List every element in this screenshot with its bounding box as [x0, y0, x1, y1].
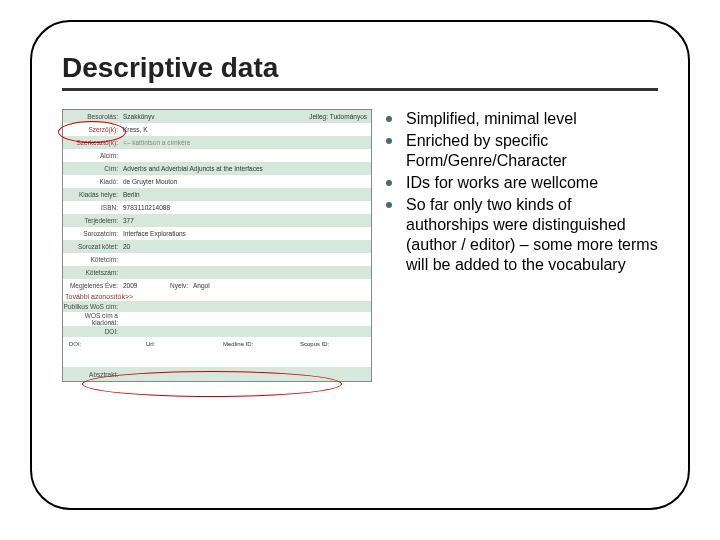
- bullet-item: IDs for works are wellcome: [386, 173, 658, 193]
- form-row: ISBN:9783110214088: [63, 201, 371, 214]
- bullet-item: Simplified, minimal level: [386, 109, 658, 129]
- bullet-icon: [386, 138, 392, 144]
- bullet-column: Simplified, minimal level Enriched by sp…: [386, 109, 658, 382]
- form-container: Besorolás:SzakkönyvJelleg: Tudományos Sz…: [62, 109, 372, 382]
- form-row: Besorolás:SzakkönyvJelleg: Tudományos: [63, 110, 371, 123]
- form-row: Sorozat kötet:20: [63, 240, 371, 253]
- form-row: Kiadás helye:Berlin: [63, 188, 371, 201]
- form-row: Kiadó:de Gruyter Mouton: [63, 175, 371, 188]
- slide-frame: Descriptive data Besorolás:SzakkönyvJell…: [30, 20, 690, 510]
- form-row: Szerkesztő(k):<– kattintson a címkére: [63, 136, 371, 149]
- id-grid: DOI: Url: Medline ID: Scopus ID:: [63, 337, 371, 351]
- form-row: Terjedelem:377: [63, 214, 371, 227]
- form-row: Cím:Adverbs and Adverbial Adjuncts at th…: [63, 162, 371, 175]
- bullet-icon: [386, 116, 392, 122]
- form-row: Sorozatcím:Interface Explorations: [63, 227, 371, 240]
- id-row: Publikus WoS cím:: [63, 301, 371, 312]
- form-row: Kötetszám:: [63, 266, 371, 279]
- form-screenshot: Besorolás:SzakkönyvJelleg: Tudományos Sz…: [62, 109, 372, 382]
- form-row: Alcím:: [63, 149, 371, 162]
- form-row: Szerző(k):Kress, K: [63, 123, 371, 136]
- bullet-item: So far only two kinds of authorships wer…: [386, 195, 658, 275]
- id-row: WOS cím a kiadónál:: [63, 312, 371, 326]
- id-row: DOI:: [63, 326, 371, 337]
- slide-title: Descriptive data: [62, 52, 658, 84]
- form-row: Kötetcím:: [63, 253, 371, 266]
- spacer: [63, 351, 371, 367]
- bullet-icon: [386, 180, 392, 186]
- bullet-list: Simplified, minimal level Enriched by sp…: [386, 109, 658, 275]
- bullet-icon: [386, 202, 392, 208]
- more-ids-link: További azonosítók>>: [63, 292, 371, 301]
- title-divider: [62, 88, 658, 91]
- form-row-year: Megjelenés Éve:2009Nyelv:Angol: [63, 279, 371, 292]
- abstract-row: Absztrakt:: [63, 367, 371, 381]
- bullet-item: Enriched by specific Form/Genre/Characte…: [386, 131, 658, 171]
- content-row: Besorolás:SzakkönyvJelleg: Tudományos Sz…: [62, 109, 658, 382]
